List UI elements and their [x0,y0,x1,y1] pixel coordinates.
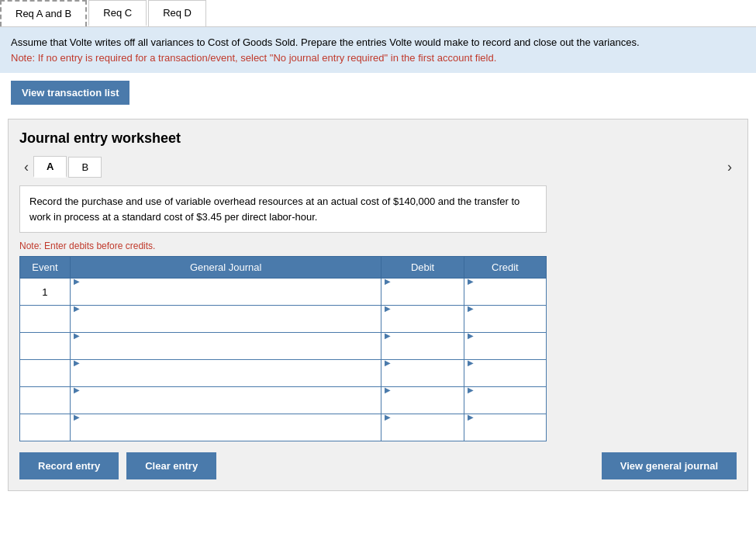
debit-cell[interactable]: ▶ [381,387,464,414]
view-transaction-button[interactable]: View transaction list [11,81,129,105]
credit-cell[interactable]: ▶ [464,279,546,306]
row-arrow-icon: ▶ [74,358,80,367]
credit-cell[interactable]: ▶ [464,333,546,360]
debit-arrow-icon: ▶ [385,386,391,394]
record-entry-button[interactable]: Record entry [19,452,119,479]
row-arrow-icon: ▶ [74,331,80,340]
description-main: Assume that Volte writes off all varianc… [11,36,640,48]
debit-cell[interactable]: ▶ [381,360,464,387]
prev-tab-button[interactable]: ‹ [19,157,33,177]
debit-cell[interactable]: ▶ [381,333,464,360]
event-cell [20,306,71,333]
tab-req-a-and-b[interactable]: Req A and B [0,0,87,26]
tab-req-c[interactable]: Req C [88,0,147,26]
credit-input[interactable] [468,341,543,364]
journal-cell[interactable]: ▶ [70,306,381,333]
journal-input[interactable] [74,422,378,445]
table-row: ▶ ▶ ▶ [20,414,547,441]
note-debits: Note: Enter debits before credits. [19,241,737,251]
instructions-box: Record the purchase and use of variable … [19,185,547,233]
credit-arrow-icon: ▶ [468,277,474,286]
tab-req-d[interactable]: Req D [148,0,206,26]
event-cell [20,414,71,441]
debit-cell[interactable]: ▶ [381,306,464,333]
view-general-journal-button[interactable]: View general journal [602,452,737,479]
debit-arrow-icon: ▶ [385,413,391,421]
journal-input[interactable] [74,395,378,418]
credit-arrow-icon: ▶ [468,304,474,313]
row-arrow-icon: ▶ [74,277,80,286]
credit-input[interactable] [468,313,543,337]
worksheet-container: Journal entry worksheet ‹ A B › Record t… [8,119,748,491]
debit-input[interactable] [385,313,460,337]
col-header-credit: Credit [464,257,546,279]
top-tabs: Req A and B Req C Req D [0,0,756,27]
journal-cell[interactable]: ▶ [70,387,381,414]
row-arrow-icon: ▶ [74,413,80,421]
col-header-journal: General Journal [70,257,381,279]
debit-arrow-icon: ▶ [385,331,391,340]
credit-input[interactable] [468,395,543,418]
journal-cell[interactable]: ▶ [70,414,381,441]
credit-arrow-icon: ▶ [468,331,474,340]
worksheet-title: Journal entry worksheet [19,130,737,147]
credit-input[interactable] [468,422,543,445]
journal-input[interactable] [74,341,378,364]
clear-entry-button[interactable]: Clear entry [126,452,216,479]
worksheet-tab-a[interactable]: A [33,156,67,178]
debit-arrow-icon: ▶ [385,304,391,313]
credit-cell[interactable]: ▶ [464,360,546,387]
event-cell [20,387,71,414]
debit-cell[interactable]: ▶ [381,414,464,441]
event-cell [20,360,71,387]
next-tab-button[interactable]: › [723,157,737,177]
credit-arrow-icon: ▶ [468,358,474,367]
row-arrow-icon: ▶ [74,386,80,394]
credit-arrow-icon: ▶ [468,413,474,421]
event-cell: 1 [20,279,71,306]
credit-input[interactable] [468,368,543,391]
debit-arrow-icon: ▶ [385,277,391,286]
instructions-text: Record the purchase and use of variable … [29,196,520,223]
description-area: Assume that Volte writes off all varianc… [0,27,756,73]
debit-input[interactable] [385,286,460,310]
journal-cell[interactable]: ▶ [70,279,381,306]
journal-input[interactable] [74,313,378,337]
journal-cell[interactable]: ▶ [70,360,381,387]
event-cell [20,333,71,360]
debit-input[interactable] [385,341,460,364]
debit-input[interactable] [385,422,460,445]
credit-arrow-icon: ▶ [468,386,474,394]
credit-input[interactable] [468,286,543,310]
journal-input[interactable] [74,368,378,391]
journal-cell[interactable]: ▶ [70,333,381,360]
credit-cell[interactable]: ▶ [464,387,546,414]
worksheet-tab-b[interactable]: B [68,157,102,178]
worksheet-tabs: ‹ A B › [19,156,737,178]
debit-arrow-icon: ▶ [385,358,391,367]
debit-input[interactable] [385,368,460,391]
credit-cell[interactable]: ▶ [464,414,546,441]
col-header-event: Event [20,257,71,279]
debit-cell[interactable]: ▶ [381,279,464,306]
description-note: Note: If no entry is required for a tran… [11,52,496,64]
row-arrow-icon: ▶ [74,304,80,313]
bottom-buttons: Record entry Clear entry View general jo… [19,452,737,479]
credit-cell[interactable]: ▶ [464,306,546,333]
journal-table: Event General Journal Debit Credit 1▶ ▶ … [19,256,547,441]
debit-input[interactable] [385,395,460,418]
col-header-debit: Debit [381,257,464,279]
journal-input[interactable] [74,286,378,310]
